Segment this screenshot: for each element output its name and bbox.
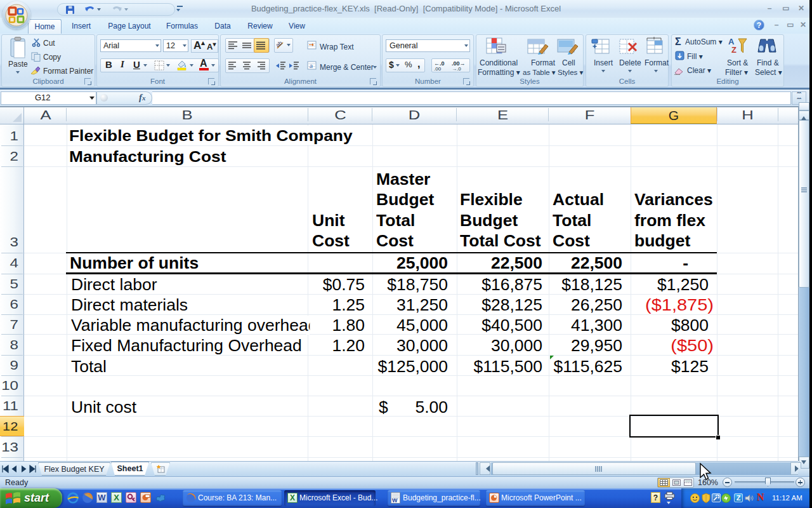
svg-text:Z: Z (731, 45, 737, 55)
svg-text:W: W (392, 497, 398, 504)
svg-text:a: a (310, 63, 313, 69)
svg-text:ab: ab (276, 40, 284, 48)
